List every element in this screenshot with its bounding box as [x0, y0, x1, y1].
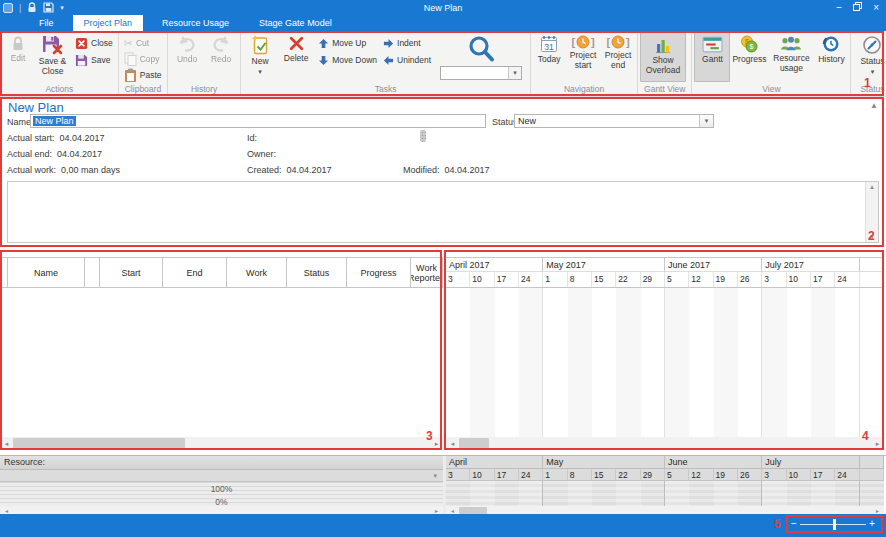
zoom-out-button[interactable]: −	[788, 519, 800, 529]
tab-resource-usage[interactable]: Resource Usage	[151, 15, 240, 31]
close-button[interactable]: Close	[72, 36, 116, 50]
task-grid-column-header[interactable]: Progress	[347, 258, 411, 287]
gantt-hscrollbar[interactable]: ◂ ▸	[446, 437, 884, 450]
task-grid-column-header[interactable]	[0, 258, 8, 287]
new-button[interactable]: New ▾	[243, 32, 277, 82]
undo-button[interactable]: Undo	[170, 32, 204, 82]
timeline-month-cell: April	[446, 456, 543, 469]
scrollbar-thumb[interactable]	[13, 438, 185, 449]
timeline-month-cell: June	[665, 456, 762, 469]
task-grid-column-header[interactable]: Status	[287, 258, 347, 287]
project-end-icon: []	[606, 35, 629, 49]
scrollbar-thumb[interactable]	[459, 438, 489, 449]
resource-month-header: AprilMayJuneJuly	[446, 456, 884, 469]
new-dropdown-icon[interactable]: ▾	[258, 69, 262, 74]
resource-timeline-body[interactable]	[446, 481, 884, 506]
history-view-button[interactable]: History	[814, 32, 848, 82]
status-select[interactable]: New ▾	[514, 114, 714, 128]
project-start-button[interactable]: [] Project start	[565, 32, 601, 82]
scroll-left-icon[interactable]: ◂	[0, 437, 13, 450]
modified-label: Modified:	[403, 165, 440, 175]
ribbon-group-tasks: New ▾ Delete Move Up Move Down	[241, 32, 531, 96]
zoom-slider-thumb[interactable]	[833, 519, 836, 530]
timeline-week-cell: 24	[519, 272, 543, 287]
indent-button[interactable]: Indent	[380, 36, 434, 50]
window-title: New Plan	[0, 3, 886, 13]
app-window: | ▾ New Plan − × File Project Plan Resou…	[0, 0, 886, 537]
chevron-down-icon[interactable]: ▾	[699, 115, 713, 127]
resource-header: Resource:	[0, 456, 443, 470]
zoom-slider[interactable]	[800, 524, 866, 525]
resource-usage-view-label: Resource usage	[768, 54, 814, 73]
progress-view-button[interactable]: $$ Progress	[730, 32, 768, 82]
task-grid-header: NameStartEndWorkStatusProgressWork Repor…	[0, 257, 443, 288]
move-up-button[interactable]: Move Up	[315, 36, 380, 50]
save-and-close-button[interactable]: Save & Close	[33, 32, 72, 82]
delete-button[interactable]: Delete	[277, 32, 315, 82]
timeline-month-cell: July 2017	[762, 258, 859, 272]
edit-button[interactable]: Edit	[3, 32, 33, 82]
scroll-up-icon[interactable]: ▴	[870, 182, 874, 192]
move-down-button[interactable]: Move Down	[315, 53, 380, 67]
description-textarea[interactable]: ▴ ▾	[7, 181, 879, 243]
task-grid-column-header[interactable]	[85, 258, 100, 287]
splitter-grip-icon[interactable]	[420, 130, 426, 142]
unindent-button[interactable]: Unindent	[380, 53, 434, 67]
ribbon-group-gantt-view: Show Overload Gantt View	[638, 32, 692, 96]
timeline-week-cell: 10	[470, 272, 494, 287]
zoom-in-button[interactable]: +	[866, 519, 878, 529]
task-grid-column-header[interactable]: End	[163, 258, 227, 287]
search-icon[interactable]	[466, 34, 496, 64]
task-grid-column-header[interactable]: Name	[8, 258, 85, 287]
resource-usage-view-button[interactable]: Resource usage	[768, 32, 814, 82]
tab-file[interactable]: File	[28, 15, 65, 31]
project-end-button[interactable]: [] Project end	[601, 32, 635, 82]
timeline-week-cell	[860, 272, 884, 287]
redo-label: Redo	[211, 55, 231, 65]
title-bar: | ▾ New Plan − ×	[0, 0, 886, 15]
show-overload-button[interactable]: Show Overload	[640, 32, 686, 82]
timeline-column	[592, 481, 616, 506]
timeline-column	[641, 481, 665, 506]
redo-button[interactable]: Redo	[204, 32, 238, 82]
scroll-right-icon[interactable]: ▸	[871, 437, 884, 450]
tab-project-plan[interactable]: Project Plan	[73, 15, 144, 31]
task-grid-hscrollbar[interactable]: ◂ ▸	[0, 437, 443, 450]
collapse-form-icon[interactable]: ▲	[870, 101, 878, 110]
task-grid-body[interactable]	[0, 288, 443, 437]
scroll-left-icon[interactable]: ◂	[446, 437, 459, 450]
created-label: Created:	[247, 165, 282, 175]
group-label-history: History	[170, 84, 238, 96]
cut-label: Cut	[136, 38, 149, 48]
timeline-week-cell: 8	[568, 272, 592, 287]
cut-button[interactable]: ✂ Cut	[121, 36, 165, 50]
group-label-clipboard: Clipboard	[121, 84, 165, 96]
save-button[interactable]: Save	[72, 53, 116, 67]
modified-field: Modified: 04.04.2017	[403, 165, 490, 175]
paste-button[interactable]: Paste	[121, 68, 165, 82]
gantt-chart-body[interactable]	[446, 288, 884, 437]
status-button[interactable]: Status ▾	[853, 32, 886, 82]
timeline-column	[714, 481, 738, 506]
new-label: New	[252, 57, 269, 67]
actual-work-field: Actual work: 0,00 man days	[7, 165, 120, 175]
tab-stage-gate-model[interactable]: Stage Gate Model	[248, 15, 343, 31]
status-dropdown-icon[interactable]: ▾	[871, 69, 875, 74]
task-grid-column-header[interactable]: Work Reported	[411, 258, 443, 287]
name-input[interactable]: New Plan	[30, 114, 486, 128]
annotation-label-4: 4	[862, 429, 869, 443]
coins-icon: $$	[740, 35, 758, 53]
copy-label: Copy	[140, 54, 160, 64]
gantt-view-button[interactable]: Gantt	[694, 32, 730, 82]
copy-button[interactable]: Copy	[121, 52, 165, 66]
today-button[interactable]: 31 Today	[533, 32, 565, 82]
resource-selector-row[interactable]: ▾	[0, 470, 443, 482]
chevron-down-icon[interactable]: ▾	[433, 472, 437, 480]
chevron-down-icon[interactable]: ▾	[508, 67, 521, 79]
task-grid-column-header[interactable]: Start	[100, 258, 163, 287]
scrollbar-thumb[interactable]	[459, 507, 487, 514]
task-grid-column-header[interactable]: Work	[227, 258, 287, 287]
task-filter-combobox[interactable]: ▾	[440, 66, 522, 80]
timeline-week-cell: 24	[835, 272, 859, 287]
resource-usage-pane: Resource: ▾ 100% 0% ◂ ▸ AprilMayJuneJuly…	[0, 455, 886, 514]
